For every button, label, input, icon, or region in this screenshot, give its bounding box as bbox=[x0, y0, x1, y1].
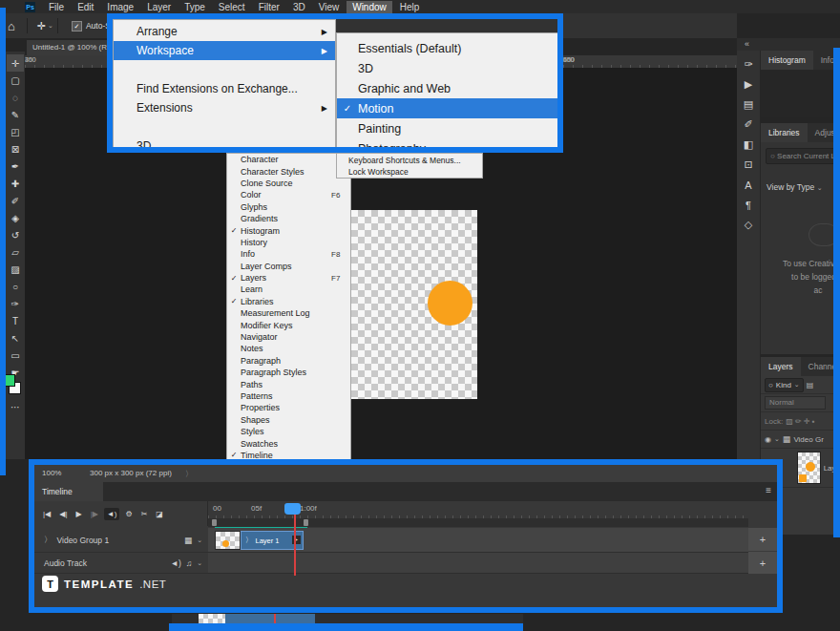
window-menu-item[interactable]: Paragraph bbox=[227, 355, 350, 367]
menu-bar-item[interactable]: Image bbox=[101, 1, 139, 13]
brush-settings-icon[interactable]: ✑ bbox=[739, 54, 759, 74]
audio-track-lane[interactable] bbox=[208, 553, 748, 574]
add-audio-button[interactable]: + bbox=[748, 552, 777, 575]
workspace-submenu-item[interactable]: Graphic and Web bbox=[337, 78, 558, 98]
pen-tool[interactable]: ✑ bbox=[7, 295, 24, 312]
window-menu-item[interactable]: Info F8 bbox=[227, 248, 350, 260]
menu-bar-item[interactable]: Filter bbox=[253, 1, 285, 13]
chevron-down-icon[interactable]: ⌄ bbox=[197, 536, 202, 544]
blend-mode-dropdown[interactable]: Normal bbox=[765, 396, 826, 410]
workspace-submenu-item[interactable]: Painting bbox=[337, 118, 558, 138]
eraser-tool[interactable]: ▱ bbox=[7, 243, 24, 261]
window-menu-item[interactable]: Clone Source bbox=[227, 178, 350, 189]
chevron-down-icon[interactable]: ⌄ bbox=[48, 22, 53, 30]
lasso-tool[interactable]: ◌ bbox=[7, 89, 24, 106]
workspace-submenu-item[interactable]: 3D bbox=[337, 58, 558, 78]
window-menu-item[interactable]: ✓ Histogram bbox=[227, 224, 350, 236]
healing-tool[interactable]: ✚ bbox=[7, 175, 24, 192]
window-menu-item[interactable]: Modifier Keys bbox=[227, 319, 350, 330]
window-menu-item[interactable]: ✓ Layers F7 bbox=[227, 272, 350, 284]
clone-source-icon[interactable]: ⊡ bbox=[739, 155, 759, 175]
add-video-button[interactable]: + bbox=[748, 528, 777, 552]
document-tab[interactable]: Untitled-1 @ 100% (RG bbox=[27, 40, 120, 55]
library-search-input[interactable]: ○ Search Current Li bbox=[766, 148, 840, 164]
window-menu-item[interactable]: Character bbox=[227, 154, 350, 165]
adjustments-icon[interactable]: ◧ bbox=[739, 135, 759, 155]
history-brush-tool[interactable]: ↺ bbox=[7, 226, 24, 243]
tool-presets-icon[interactable]: ▤ bbox=[739, 95, 759, 115]
window-menu-item[interactable]: 3D bbox=[114, 137, 335, 153]
next-frame-button[interactable]: |▶ bbox=[88, 508, 101, 520]
window-menu-item[interactable]: Learn bbox=[227, 284, 350, 295]
window-menu-item[interactable]: Notes bbox=[227, 343, 350, 354]
status-chevron-icon[interactable]: 〉 bbox=[185, 469, 193, 479]
menu-bar-item[interactable]: Select bbox=[213, 1, 251, 13]
collapse-panels-icon[interactable]: « bbox=[745, 39, 749, 49]
workspace-submenu-item[interactable]: Lock Workspace bbox=[337, 166, 482, 178]
menu-bar-item[interactable]: Window bbox=[346, 1, 392, 13]
brush-tool[interactable]: ✐ bbox=[7, 192, 24, 209]
window-menu-item[interactable]: Measurement Log bbox=[227, 307, 350, 319]
workspace-submenu-item[interactable]: ✓ Motion bbox=[337, 98, 558, 118]
path-select-tool[interactable]: ↖ bbox=[7, 329, 24, 347]
window-menu-item[interactable]: Styles bbox=[227, 426, 350, 437]
view-by-type-dropdown[interactable]: View by Type ⌄ bbox=[766, 182, 823, 192]
menu-bar-item[interactable]: Layer bbox=[141, 1, 177, 13]
timeline-settings-button[interactable]: ⚙ bbox=[122, 508, 135, 520]
chevron-down-icon[interactable]: ⌄ bbox=[197, 559, 202, 567]
workspace-submenu-item[interactable]: Essentials (Default) bbox=[337, 38, 558, 58]
menu-bar-item[interactable]: Help bbox=[394, 1, 426, 13]
window-menu-item[interactable]: Properties bbox=[227, 402, 350, 413]
playhead-marker[interactable] bbox=[284, 503, 301, 515]
paragraph-icon[interactable]: ¶ bbox=[739, 195, 759, 215]
window-menu-item[interactable]: Character Styles bbox=[227, 165, 350, 177]
tab-libraries[interactable]: Libraries bbox=[761, 123, 808, 142]
window-menu-item[interactable]: Paths bbox=[227, 378, 350, 389]
window-menu-item[interactable]: Gradients bbox=[227, 213, 350, 224]
work-area-end-handle[interactable] bbox=[304, 519, 308, 526]
actions-icon[interactable]: ▶ bbox=[739, 74, 759, 95]
menu-bar-item[interactable]: 3D bbox=[287, 1, 311, 13]
window-menu-item[interactable]: History bbox=[227, 237, 350, 248]
quick-select-tool[interactable]: ✎ bbox=[7, 106, 24, 123]
window-menu-item[interactable]: ✓ Libraries bbox=[227, 296, 350, 307]
tab-histogram[interactable]: Histogram bbox=[761, 51, 813, 70]
move-tool-icon[interactable]: ✛ bbox=[37, 20, 46, 32]
home-icon[interactable]: ⌂ bbox=[8, 19, 15, 33]
window-menu-item[interactable]: Arrange ▶ bbox=[114, 22, 335, 41]
window-menu-item[interactable]: Color F6 bbox=[227, 189, 350, 200]
video-track-lane[interactable]: 〉 Layer 1 ▸ bbox=[208, 528, 748, 553]
zoom-level[interactable]: 100% bbox=[42, 469, 61, 477]
type-tool[interactable]: T bbox=[7, 312, 24, 329]
layer1-clip[interactable]: 〉 Layer 1 ▸ bbox=[215, 531, 304, 550]
eyedropper-tool[interactable]: ✒ bbox=[7, 158, 24, 175]
lock-icons[interactable]: ▨ ✏ ✛ ▪ bbox=[786, 417, 814, 426]
window-menu-item[interactable]: Layer Comps bbox=[227, 261, 350, 272]
window-menu-item[interactable]: ✓ Timeline bbox=[227, 450, 350, 461]
panel-menu-icon[interactable]: ≡ bbox=[766, 485, 771, 495]
workspace-submenu-item[interactable]: Photography bbox=[337, 138, 558, 153]
crop-tool[interactable]: ◰ bbox=[7, 123, 24, 140]
tab-layers[interactable]: Layers bbox=[761, 357, 801, 376]
window-menu-item[interactable]: Find Extensions on Exchange... bbox=[114, 79, 335, 98]
frame-tool[interactable]: ⊠ bbox=[7, 140, 24, 158]
transition-button[interactable]: ◪ bbox=[153, 508, 166, 520]
video-group-row[interactable]: ◉ ⌄ ▦ Video Gr bbox=[761, 431, 840, 449]
window-menu-item[interactable]: Swatches bbox=[227, 437, 350, 449]
properties-icon[interactable]: ◇ bbox=[739, 215, 759, 235]
auto-select-checkbox[interactable]: ✓ bbox=[72, 21, 82, 32]
window-menu-item[interactable] bbox=[114, 60, 335, 79]
window-menu-item[interactable]: Workspace ▶ bbox=[114, 41, 335, 60]
first-frame-button[interactable]: |◀ bbox=[40, 508, 53, 520]
stamp-tool[interactable]: ◈ bbox=[7, 209, 24, 226]
marquee-tool[interactable]: ▢ bbox=[7, 72, 24, 89]
window-menu-item[interactable]: Glyphs bbox=[227, 201, 350, 213]
gradient-tool[interactable]: ▨ bbox=[7, 261, 24, 278]
menu-bar-item[interactable]: File bbox=[43, 1, 70, 13]
move-tool[interactable]: ✛ bbox=[7, 54, 24, 72]
character-icon[interactable]: A bbox=[739, 175, 759, 195]
prev-frame-button[interactable]: ◀| bbox=[56, 508, 70, 520]
window-menu-item[interactable]: Extensions ▶ bbox=[114, 98, 335, 117]
more-tools[interactable]: ⋯ bbox=[7, 398, 24, 415]
blur-tool[interactable]: ○ bbox=[7, 278, 24, 295]
